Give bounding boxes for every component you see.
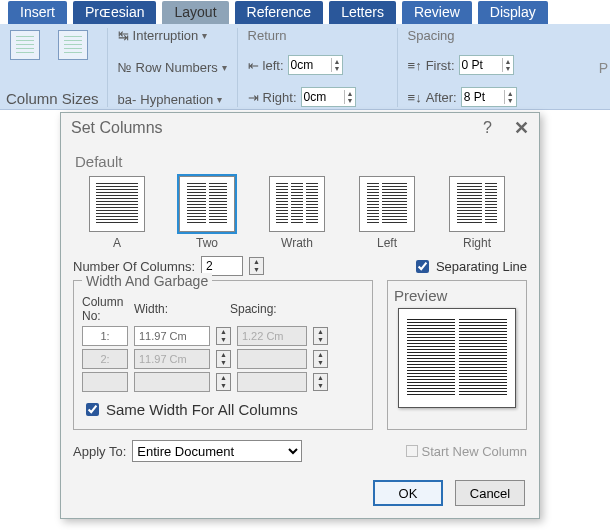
preset-three[interactable]: Wrath: [261, 176, 333, 250]
num-columns-spinner[interactable]: ▲▼: [249, 257, 264, 275]
spin-down-icon[interactable]: ▼: [504, 97, 516, 104]
start-new-column-checkbox: Start New Column: [406, 444, 527, 459]
tab-layout[interactable]: Layout: [162, 1, 228, 24]
colno-header: Column No:: [82, 295, 128, 323]
row2-width: 11.97 Cm: [134, 349, 210, 369]
spacing-first-field[interactable]: ▲▼: [459, 55, 515, 75]
row1-index: 1:: [82, 326, 128, 346]
tab-design[interactable]: Prɶesian: [73, 1, 156, 24]
hyphenation-menu[interactable]: b͏a͏- Hyphenation ▾: [118, 92, 229, 107]
tab-letters[interactable]: Letters: [329, 1, 396, 24]
interruption-menu[interactable]: ↹ Interruption ▾: [118, 28, 229, 43]
indent-left-input[interactable]: [289, 58, 331, 72]
help-button[interactable]: ?: [483, 119, 492, 137]
column-sizes-label: Column Sizes: [6, 90, 99, 107]
row3-spacing-spin[interactable]: ▲▼: [313, 373, 328, 391]
tab-review[interactable]: Review: [402, 1, 472, 24]
preset-two[interactable]: Two: [171, 176, 243, 250]
preset-one[interactable]: A: [81, 176, 153, 250]
preset-two-label: Two: [196, 236, 218, 250]
width-spacing-group: Width And Garbage Column No: Width: Spac…: [73, 280, 373, 430]
width-header: Width:: [134, 302, 224, 316]
preset-right-label: Right: [463, 236, 491, 250]
row2-index: 2:: [82, 349, 128, 369]
hyphen-icon: b͏a͏-: [118, 92, 137, 107]
separating-line-label: Separating Line: [436, 259, 527, 274]
spacing-after-input[interactable]: [462, 90, 504, 104]
row1-width-spin[interactable]: ▲▼: [216, 327, 231, 345]
spacing-header: Spacing:: [230, 302, 316, 316]
row1-spacing[interactable]: 1.22 Cm: [237, 326, 307, 346]
interruption-label: Interruption: [133, 28, 199, 43]
preview-group: Preview: [387, 280, 527, 430]
preset-row: A Two Wrath Left Right: [81, 176, 519, 250]
row3-spacing: [237, 372, 307, 392]
preset-three-label: Wrath: [281, 236, 313, 250]
close-button[interactable]: ✕: [514, 117, 529, 139]
indent-right-icon: ⇥: [248, 90, 259, 105]
spacing-label: Spacing: [408, 28, 517, 43]
chevron-down-icon: ▾: [202, 30, 207, 41]
columns-icon: [10, 30, 40, 60]
same-width-input[interactable]: [86, 403, 99, 416]
stray-letter: P: [599, 60, 608, 76]
group-col-sizes: Column Sizes: [6, 28, 108, 107]
tab-display[interactable]: Display: [478, 1, 548, 24]
preset-right[interactable]: Right: [441, 176, 513, 250]
spin-down-icon[interactable]: ▼: [502, 65, 514, 72]
column-sizes-button[interactable]: [6, 28, 44, 62]
tab-insert[interactable]: Insert: [8, 1, 67, 24]
same-width-checkbox[interactable]: Same Width For All Columns: [82, 400, 364, 419]
spacing-before-icon: ≡↑: [408, 58, 422, 73]
row2-spacing-spin[interactable]: ▲▼: [313, 350, 328, 368]
num-columns-label: Number Of Columns:: [73, 259, 195, 274]
preset-left[interactable]: Left: [351, 176, 423, 250]
return-label: Return: [248, 28, 389, 43]
row3-index: [82, 372, 128, 392]
indent-right-label: Right:: [263, 90, 297, 105]
row2-width-spin[interactable]: ▲▼: [216, 350, 231, 368]
column-row-3: ▲▼ ▲▼: [82, 372, 364, 392]
chevron-down-icon: ▾: [217, 94, 222, 105]
indent-right-input[interactable]: [302, 90, 344, 104]
separating-line-input[interactable]: [416, 260, 429, 273]
ribbon: Column Sizes ↹ Interruption ▾ № Row Numb…: [0, 24, 610, 110]
break-icon: ↹: [118, 28, 129, 43]
spin-up-icon[interactable]: ▲: [502, 58, 514, 65]
columns-icon-2: [58, 30, 88, 60]
spin-up-icon[interactable]: ▲: [504, 90, 516, 97]
row3-width-spin[interactable]: ▲▼: [216, 373, 231, 391]
spacing-after-field[interactable]: ▲▼: [461, 87, 517, 107]
width-group-label: Width And Garbage: [82, 273, 212, 289]
group-indent: Return ⇤ left: ▲▼ ⇥ Right: ▲▼: [248, 28, 398, 107]
spin-down-icon[interactable]: ▼: [344, 97, 356, 104]
spin-up-icon[interactable]: ▲: [344, 90, 356, 97]
row1-width[interactable]: 11.97 Cm: [134, 326, 210, 346]
spin-down-icon[interactable]: ▼: [331, 65, 343, 72]
ribbon-tabs: Insert Prɶesian Layout Reference Letters…: [0, 0, 610, 24]
row-numbers-menu[interactable]: № Row Numbers ▾: [118, 60, 229, 75]
column-row-1: 1: 11.97 Cm ▲▼ 1.22 Cm ▲▼: [82, 326, 364, 346]
indent-left-field[interactable]: ▲▼: [288, 55, 344, 75]
cancel-button[interactable]: Cancel: [455, 480, 525, 506]
unchecked-box-icon: [406, 445, 418, 457]
row-numbers-label: Row Numbers: [136, 60, 218, 75]
indent-right-field[interactable]: ▲▼: [301, 87, 357, 107]
apply-to-select[interactable]: Entire Document: [132, 440, 302, 462]
row3-width: [134, 372, 210, 392]
spin-up-icon[interactable]: ▲: [331, 58, 343, 65]
separating-line-checkbox[interactable]: Separating Line: [412, 257, 527, 276]
preview-page-icon: [398, 308, 516, 408]
same-width-label: Same Width For All Columns: [106, 401, 298, 418]
tab-reference[interactable]: Reference: [235, 1, 324, 24]
column-sizes-button-2[interactable]: [54, 28, 92, 62]
indent-left-label: left:: [263, 58, 284, 73]
ok-button[interactable]: OK: [373, 480, 443, 506]
start-new-column-label: Start New Column: [422, 444, 527, 459]
spacing-after-icon: ≡↓: [408, 90, 422, 105]
hyphenation-label: Hyphenation: [140, 92, 213, 107]
group-spacing: Spacing ≡↑ First: ▲▼ ≡↓ After: ▲▼: [408, 28, 525, 107]
spacing-first-input[interactable]: [460, 58, 502, 72]
row1-spacing-spin[interactable]: ▲▼: [313, 327, 328, 345]
column-row-2: 2: 11.97 Cm ▲▼ ▲▼: [82, 349, 364, 369]
